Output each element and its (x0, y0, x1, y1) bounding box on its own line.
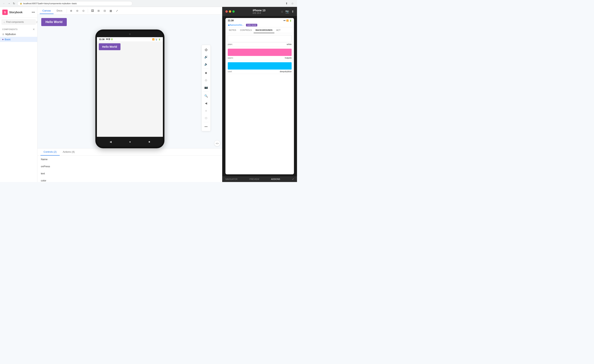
swatch-cool-value: deepskyblue (280, 70, 292, 73)
code-toggle-button[interactable]: <> (214, 140, 220, 146)
iphone-status-icons: ••• 📶 🔋 (283, 20, 292, 22)
controls-tab[interactable]: Controls (2) (40, 149, 60, 156)
viewport-button[interactable]: 🖼 (90, 8, 95, 14)
actions-tab[interactable]: Actions (4) (60, 149, 78, 156)
shape-fill-button[interactable]: ◆ (202, 69, 209, 76)
sidebar-section-header: COMPONENTS ✕ (0, 26, 37, 32)
traffic-light-yellow[interactable] (229, 10, 231, 13)
zoom-out-button[interactable]: ⊖ (74, 8, 80, 14)
phone-wrapper: 11:16 ⚙ Ⓐ 🔋 📶 📡 🔋 Hello World (37, 30, 222, 148)
phone-recent-button[interactable]: ■ (148, 140, 150, 143)
swatch-cool-label: cool: deepskyblue (228, 70, 292, 73)
close-sidebar-button[interactable]: ✕ (33, 28, 35, 31)
table-row: text (38, 170, 222, 177)
search-icon: ⌕ (4, 21, 5, 23)
circle-tool-button[interactable]: ○ (202, 107, 209, 114)
sidebar-item-mybutton[interactable]: ⊞ MyButton (0, 32, 37, 37)
address-bar[interactable]: 🔒 localhost:6007/?path=/story/components… (17, 1, 132, 6)
iphone-back-row[interactable]: ◀ AwesomeSto... Hello World (225, 23, 294, 27)
zoom-tool-button[interactable]: 🔍 (202, 92, 209, 99)
back-tool-button[interactable]: ◀ (202, 100, 209, 107)
phone-model-info: iPhone 13 iOS 15.0 (253, 9, 265, 14)
swatch-warm-value: hotpink (285, 57, 292, 59)
search-input[interactable] (6, 21, 35, 23)
more-tool-button[interactable]: ••• (202, 123, 209, 130)
iphone-battery-icon: 🔋 (289, 20, 292, 22)
zoom-in-button[interactable]: ⊕ (68, 8, 74, 14)
phone-share-action[interactable]: ⬆ (291, 10, 294, 13)
traffic-lights (225, 10, 235, 13)
iphone-nav-preview[interactable]: PREVIEW (250, 178, 259, 180)
share-button[interactable]: ⬆ (284, 1, 289, 6)
search-bar[interactable]: ⌕ / (1, 19, 36, 25)
iphone-nav-navigator[interactable]: NAVIGATOR (225, 178, 237, 180)
swatches-container: plain: white warm: hotpink (225, 33, 294, 74)
swatch-row-plain: plain: white (225, 33, 294, 47)
iphone-screen-wrapper: 11:16 ••• 📶 🔋 ◀ AwesomeSto... Hello Worl… (225, 18, 294, 174)
android-phone: 11:16 ⚙ Ⓐ 🔋 📶 📡 🔋 Hello World (95, 30, 164, 148)
swatch-row-cool: cool: deepskyblue (225, 60, 294, 74)
control-value (77, 156, 222, 163)
addons-tabs: NOTES CONTROLS BACKGROUNDS ACT (225, 27, 294, 33)
swatch-row-warm: warm: hotpink (225, 47, 294, 60)
swatch-warm[interactable] (228, 49, 292, 56)
iphone-more-icon: ••• (283, 20, 285, 22)
swatch-cool-name: cool: (228, 70, 232, 73)
back-button[interactable]: ← (2, 2, 6, 5)
grid-button[interactable]: ⊞ (96, 8, 101, 14)
fullscreen-button[interactable]: ⤢ (114, 8, 120, 14)
phone-back-button[interactable]: ◀ (109, 140, 112, 143)
story-name: Basic (5, 38, 11, 41)
phone-status-bar: 11:16 ⚙ Ⓐ 🔋 📶 📡 🔋 (97, 37, 163, 41)
phone-home-button[interactable]: ● (129, 140, 131, 143)
side-toolbar-divider (203, 68, 209, 69)
tab-canvas[interactable]: Canvas (40, 8, 54, 14)
phone-model-ios: iOS 15.0 (253, 12, 265, 14)
sidebar-header: S Storybook ••• (0, 7, 37, 18)
tab-docs[interactable]: Docs (54, 8, 65, 14)
control-name: onPress (38, 163, 76, 170)
bottom-tabs: Controls (2) Actions (4) (37, 149, 222, 156)
iphone-panel: iPhone 13 iOS 15.0 ⌂ 📷 ⬆ 11:16 ••• 📶 🔋 (222, 7, 297, 182)
addon-tab-backgrounds[interactable]: BACKGROUNDS (254, 27, 274, 33)
addon-tab-notes[interactable]: NOTES (227, 27, 238, 33)
phone-model-name: iPhone 13 (253, 9, 265, 12)
bookmark-button[interactable]: ☆ (290, 1, 295, 6)
toolbar-divider (67, 9, 67, 13)
phone-home-action[interactable]: ⌂ (281, 10, 283, 13)
iphone-bottom-nav: NAVIGATOR PREVIEW ADDONS ⤢ (222, 176, 297, 182)
addon-tab-controls[interactable]: CONTROLS (238, 27, 254, 33)
swatch-warm-label: warm: hotpink (228, 57, 292, 59)
sidebar: S Storybook ••• ⌕ / COMPONENTS ✕ ⊞ MyBut… (0, 7, 37, 182)
swatch-plain[interactable] (228, 35, 292, 42)
iphone-nav-addons[interactable]: ADDONS (271, 178, 280, 180)
swatch-cool[interactable] (228, 62, 292, 70)
power-tool-button[interactable]: ⏻ (202, 46, 209, 53)
refresh-button[interactable]: ↻ (12, 2, 16, 5)
traffic-light-green[interactable] (232, 10, 235, 13)
outline-button[interactable]: ▦ (108, 8, 114, 14)
zoom-reset-button[interactable]: ⊙ (81, 8, 86, 14)
sidebar-menu-button[interactable]: ••• (32, 11, 35, 14)
table-row: onPress (38, 163, 222, 170)
traffic-light-red[interactable] (225, 10, 228, 13)
swatch-plain-name: plain: (228, 43, 233, 46)
shape-outline-button[interactable]: ◇ (202, 77, 209, 84)
phone-time: 11:16 (99, 38, 105, 40)
hello-world-preview-button[interactable]: Hello World (41, 18, 67, 26)
volume-down-button[interactable]: 🔉 (202, 61, 209, 68)
square-tool-button[interactable]: □ (202, 114, 209, 121)
sidebar-item-basic[interactable]: Basic (0, 37, 37, 42)
iphone-expand-button[interactable]: ⤢ (292, 178, 294, 181)
phone-panel-header: iPhone 13 iOS 15.0 ⌂ 📷 ⬆ (222, 7, 297, 16)
measure-button[interactable]: ⊟ (102, 8, 108, 14)
section-label: COMPONENTS (2, 28, 18, 31)
control-name: text (38, 170, 76, 177)
camera-tool-button[interactable]: 📷 (202, 84, 209, 91)
forward-button[interactable]: → (7, 2, 11, 5)
volume-up-button[interactable]: 🔊 (202, 53, 209, 60)
phone-camera-action[interactable]: 📷 (285, 10, 289, 13)
phone-hello-button[interactable]: Hello World (99, 43, 121, 50)
addon-tab-actions[interactable]: ACT (274, 27, 283, 33)
iphone-time: 11:16 (228, 19, 234, 22)
